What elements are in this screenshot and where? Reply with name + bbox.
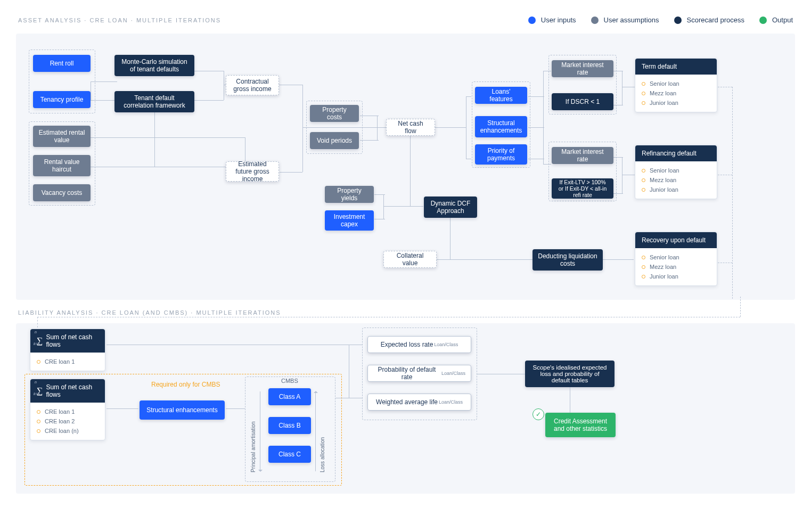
sum-label: Sum of net cash flows	[46, 333, 99, 348]
legend-user-assumptions: User assumptions	[591, 16, 659, 24]
node-market-interest-1: Market interest rate	[552, 60, 613, 77]
header: ASSET ANALYSIS · CRE LOAN · MULTIPLE ITE…	[16, 16, 795, 24]
node-credit-assessment: Credit Assessment and other statistics	[545, 413, 616, 437]
liability-section-title: LIABILITY ANALYSIS · CRE LOAN (AND CMBS)…	[18, 309, 795, 316]
legend-user-inputs: User inputs	[528, 16, 576, 24]
card-term-default-head: Term default	[635, 59, 717, 75]
node-class-a: Class A	[268, 388, 311, 405]
node-property-costs: Property costs	[310, 105, 359, 122]
cmbs-note: Required only for CMBS	[151, 381, 220, 388]
node-scope-tables: Scope's idealised expected loss and prob…	[525, 361, 615, 387]
bullet-icon	[642, 256, 645, 259]
node-tenancy-profile: Tenancy profile	[33, 91, 91, 108]
bullet-icon	[642, 188, 645, 192]
legend-scorecard: Scorecard process	[674, 16, 744, 24]
node-structural-enh: Structural enhancements	[475, 116, 527, 137]
node-rent-roll: Rent roll	[33, 55, 91, 72]
metric-wal: Weighted average lifeLoan/Class	[367, 394, 471, 411]
card-term-default: Term default Senior loan Mezz loan Junio…	[635, 58, 717, 112]
metric-elr: Expected loss rateLoan/Class	[367, 336, 471, 353]
node-market-interest-2: Market interest rate	[552, 147, 613, 164]
sum-label-2: Sum of net cash flows	[46, 383, 99, 398]
legend-output: Output	[759, 16, 793, 24]
node-property-yields: Property yields	[325, 186, 374, 203]
bullet-icon	[37, 410, 40, 414]
card-recovery-head: Recovery upon default	[635, 232, 717, 248]
bullet-icon	[37, 429, 40, 433]
card-sum-single: ∑ Sum of net cash flows n k=0 CRE loan 1	[30, 329, 105, 371]
node-monte-carlo: Monte-Carlo simulation of tenant default…	[114, 55, 194, 76]
bullet-icon	[642, 169, 645, 173]
bullet-icon	[37, 420, 40, 423]
bullet-icon	[642, 82, 645, 86]
asset-panel: Rent roll Tenancy profile Monte-Carlo si…	[16, 34, 795, 300]
bullet-icon	[642, 92, 645, 95]
loss-allocation-label: Loss allocation	[320, 392, 325, 472]
node-priority-payments: Priority of payments	[475, 144, 527, 165]
card-refi-default-head: Refinancing default	[635, 145, 717, 161]
node-void-periods: Void periods	[310, 132, 359, 149]
node-struct-enh-liab: Structural enhancements	[140, 400, 225, 420]
node-class-b: Class B	[268, 417, 311, 434]
bullet-icon	[642, 275, 645, 279]
cmbs-title: CMBS	[281, 378, 298, 384]
node-liq-costs: Deducting liquidation costs	[533, 249, 603, 271]
bullet-icon	[642, 265, 645, 269]
asset-section-title: ASSET ANALYSIS · CRE LOAN · MULTIPLE ITE…	[18, 17, 221, 23]
node-net-cash-flow: Net cash flow	[386, 119, 435, 136]
liability-panel: ∑ Sum of net cash flows n k=0 CRE loan 1…	[16, 323, 795, 494]
card-sum-multi: ∑ Sum of net cash flows n k=0 CRE loan 1…	[30, 379, 105, 440]
metric-pdr: Probability of default rateLoan/Class	[367, 365, 471, 382]
bullet-icon	[642, 101, 645, 105]
node-dcf: Dynamic DCF Approach	[424, 197, 477, 218]
card-recovery: Recovery upon default Senior loan Mezz l…	[635, 232, 717, 286]
node-erv: Estimated rental value	[33, 126, 91, 147]
node-loans-features: Loans' features	[475, 87, 527, 104]
node-vacancy: Vacancy costs	[33, 184, 91, 201]
node-investment-capex: Investment capex	[325, 210, 374, 231]
node-haircut: Rental value haircut	[33, 155, 91, 176]
node-dscr: If DSCR < 1	[552, 93, 613, 110]
node-future-gross: Estimated future gross income	[226, 161, 279, 182]
node-contractual-gross: Contractual gross income	[226, 75, 279, 95]
card-refi-default: Refinancing default Senior loan Mezz loa…	[635, 145, 717, 199]
node-collateral: Collateral value	[383, 251, 437, 268]
principal-amortisation-label: Principal amortisation	[250, 392, 256, 472]
check-icon: ✓	[533, 408, 544, 420]
bullet-icon	[37, 360, 40, 364]
node-class-c: Class C	[268, 446, 311, 463]
legend: User inputs User assumptions Scorecard p…	[528, 16, 793, 24]
node-tenant-default: Tenant default correlation framework	[114, 91, 194, 112]
node-exit-ltv: If Exit-LTV > 100% or If Exit-DY < all-i…	[552, 178, 613, 199]
bullet-icon	[642, 178, 645, 182]
